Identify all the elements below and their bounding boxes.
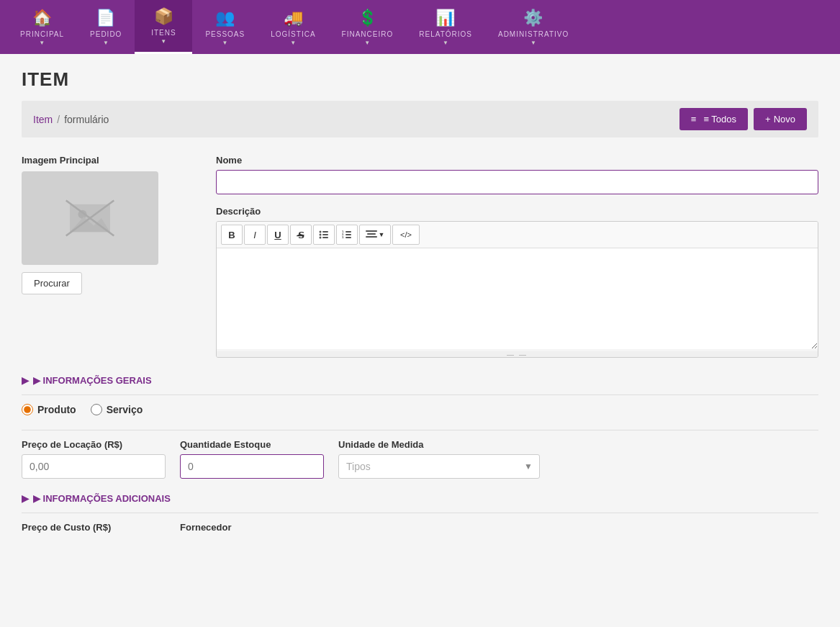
svg-rect-11 bbox=[322, 237, 328, 238]
preco-locacao-label: Preço de Locação (R$) bbox=[22, 439, 166, 450]
imagem-label: Imagem Principal bbox=[22, 155, 194, 166]
resize-dots: — — bbox=[507, 351, 528, 358]
image-placeholder-icon bbox=[65, 197, 115, 240]
nome-label: Nome bbox=[216, 155, 818, 166]
nav-pessoas[interactable]: 👥 PESSOAS ▼ bbox=[192, 0, 258, 54]
svg-point-10 bbox=[320, 237, 322, 239]
page-content: ITEM Item / formulário ≡ ≡ Todos + Novo … bbox=[0, 54, 840, 566]
home-icon: 🏠 bbox=[32, 9, 53, 27]
novo-button[interactable]: + Novo bbox=[754, 108, 807, 130]
navbar: 🏠 PRINCIPAL ▼ 📄 PEDIDO ▼ 📦 ITENS ▼ 👥 PES… bbox=[0, 0, 840, 54]
code-button[interactable]: </> bbox=[392, 225, 420, 245]
servico-radio[interactable] bbox=[91, 404, 102, 415]
todos-button[interactable]: ≡ ≡ Todos bbox=[679, 108, 748, 130]
procurar-button[interactable]: Procurar bbox=[22, 272, 82, 294]
chevron-right-icon: ▶ bbox=[22, 375, 29, 386]
tipo-radio-group: Produto Serviço bbox=[22, 404, 818, 415]
fornecedor-label: Fornecedor bbox=[180, 522, 324, 533]
financeiro-icon: 💲 bbox=[358, 9, 378, 27]
divider-line-3 bbox=[22, 513, 818, 513]
section-info-gerais: ▶ ▶ INFORMAÇÕES GERAIS bbox=[22, 375, 818, 395]
fields-row-pricing: Preço de Locação (R$) Quantidade Estoque… bbox=[22, 439, 818, 479]
fields-column: Nome Descrição B I U S̶ bbox=[216, 155, 818, 358]
page-title: ITEM bbox=[22, 68, 818, 91]
info-gerais-toggle[interactable]: ▶ ▶ INFORMAÇÕES GERAIS bbox=[22, 375, 818, 386]
preco-locacao-col: Preço de Locação (R$) bbox=[22, 439, 166, 479]
editor-toolbar: B I U S̶ bbox=[217, 222, 818, 248]
unidade-medida-col: Unidade de Medida Tipos ▼ bbox=[338, 439, 540, 479]
breadcrumb-item-link[interactable]: Item bbox=[33, 114, 53, 125]
logistica-icon: 🚚 bbox=[284, 9, 304, 27]
underline-button[interactable]: U bbox=[267, 225, 289, 245]
svg-point-6 bbox=[320, 231, 322, 233]
nav-itens[interactable]: 📦 ITENS ▼ bbox=[135, 0, 192, 54]
svg-text:3.: 3. bbox=[342, 235, 344, 239]
align-button[interactable]: ▼ bbox=[359, 225, 391, 245]
produto-radio[interactable] bbox=[22, 404, 33, 415]
description-editor: B I U S̶ bbox=[216, 221, 818, 358]
unidade-medida-select[interactable]: Tipos bbox=[338, 454, 540, 479]
svg-rect-17 bbox=[346, 237, 351, 238]
svg-rect-7 bbox=[322, 231, 328, 233]
ordered-list-button[interactable]: 1. 2. 3. bbox=[336, 225, 358, 245]
editor-resize-handle[interactable]: — — bbox=[217, 351, 818, 357]
nav-financeiro[interactable]: 💲 FINANCEIRO ▼ bbox=[329, 0, 407, 54]
descricao-label: Descrição bbox=[216, 206, 818, 217]
section-info-adicionais: ▶ ▶ INFORMAÇÕES ADICIONAIS bbox=[22, 493, 818, 513]
breadcrumb-separator: / bbox=[57, 114, 60, 125]
svg-rect-13 bbox=[346, 231, 351, 233]
svg-rect-20 bbox=[366, 236, 377, 238]
preco-custo-col: Preço de Custo (R$) bbox=[22, 522, 166, 537]
unordered-list-button[interactable] bbox=[313, 225, 335, 245]
divider-line-2 bbox=[22, 430, 818, 430]
chevron-right-icon-2: ▶ bbox=[22, 493, 29, 504]
svg-rect-9 bbox=[322, 234, 328, 235]
quantidade-estoque-input[interactable] bbox=[180, 454, 324, 479]
relatorios-icon: 📊 bbox=[435, 9, 456, 27]
preco-locacao-input[interactable] bbox=[22, 454, 166, 479]
svg-rect-15 bbox=[346, 234, 351, 235]
italic-button[interactable]: I bbox=[244, 225, 266, 245]
breadcrumb-current: formulário bbox=[64, 114, 109, 125]
itens-icon: 📦 bbox=[154, 7, 174, 26]
nav-logistica[interactable]: 🚚 LOGÍSTICA ▼ bbox=[258, 0, 328, 54]
pedido-icon: 📄 bbox=[96, 9, 116, 27]
strikethrough-button[interactable]: S̶ bbox=[290, 225, 312, 245]
align-icon bbox=[366, 230, 377, 240]
quantidade-estoque-col: Quantidade Estoque bbox=[180, 439, 324, 479]
nav-relatorios[interactable]: 📊 RELATÓRIOS ▼ bbox=[406, 0, 485, 54]
image-column: Imagem Principal Procurar bbox=[22, 155, 194, 358]
nav-principal[interactable]: 🏠 PRINCIPAL ▼ bbox=[7, 0, 77, 54]
unidade-medida-wrapper: Tipos ▼ bbox=[338, 454, 540, 479]
svg-rect-18 bbox=[366, 230, 377, 232]
nav-pedido[interactable]: 📄 PEDIDO ▼ bbox=[77, 0, 135, 54]
description-textarea[interactable] bbox=[217, 248, 818, 349]
bold-button[interactable]: B bbox=[221, 225, 243, 245]
pessoas-icon: 👥 bbox=[215, 9, 235, 27]
svg-rect-19 bbox=[367, 233, 376, 235]
preco-custo-label: Preço de Custo (R$) bbox=[22, 522, 166, 533]
divider-line bbox=[22, 394, 818, 395]
nav-administrativo[interactable]: ⚙️ ADMINISTRATIVO ▼ bbox=[485, 0, 582, 54]
unordered-list-icon bbox=[319, 230, 329, 240]
svg-point-8 bbox=[320, 234, 322, 236]
unidade-medida-label: Unidade de Medida bbox=[338, 439, 540, 450]
ordered-list-icon: 1. 2. 3. bbox=[342, 230, 352, 240]
image-placeholder bbox=[22, 171, 158, 265]
list-icon: ≡ bbox=[691, 114, 697, 125]
produto-radio-label[interactable]: Produto bbox=[22, 404, 76, 415]
servico-radio-label[interactable]: Serviço bbox=[91, 404, 143, 415]
breadcrumb-bar: Item / formulário ≡ ≡ Todos + Novo bbox=[22, 101, 818, 137]
fields-row-additional: Preço de Custo (R$) Fornecedor bbox=[22, 522, 818, 537]
form-section-main: Imagem Principal Procurar Nome Descrição bbox=[22, 155, 818, 358]
breadcrumb-actions: ≡ ≡ Todos + Novo bbox=[679, 108, 807, 130]
plus-icon: + bbox=[765, 114, 771, 125]
quantidade-estoque-label: Quantidade Estoque bbox=[180, 439, 324, 450]
breadcrumb: Item / formulário bbox=[33, 114, 109, 125]
info-adicionais-toggle[interactable]: ▶ ▶ INFORMAÇÕES ADICIONAIS bbox=[22, 493, 818, 504]
fornecedor-col: Fornecedor bbox=[180, 522, 324, 537]
nome-input[interactable] bbox=[216, 170, 818, 194]
admin-icon: ⚙️ bbox=[523, 9, 543, 27]
